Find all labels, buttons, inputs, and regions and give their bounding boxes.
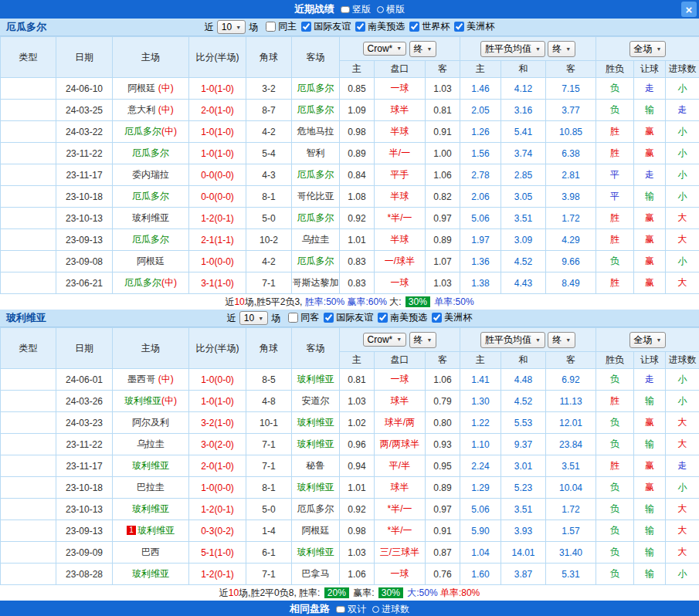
avg-odds: 9.66	[546, 251, 596, 272]
result-cell: 走	[666, 100, 699, 121]
avg-odds: 5.41	[501, 121, 546, 143]
avg-odds: 3.51	[501, 499, 546, 520]
filter-checkbox[interactable]: 世界杯	[409, 20, 450, 33]
scope-select[interactable]: 全场▼	[629, 41, 667, 57]
match-type: 南美预选	[1, 434, 56, 455]
score: 1-0(1-0)	[189, 391, 246, 412]
home-team: 玻利维亚	[113, 564, 189, 585]
checkbox-input[interactable]	[266, 22, 276, 32]
checkbox-input[interactable]	[454, 22, 464, 32]
corners: 4-2	[246, 121, 292, 143]
score: 0-3(0-2)	[189, 520, 246, 542]
result-cell: 负	[596, 251, 634, 272]
odds-away: 0.76	[426, 564, 460, 585]
odds-home: 0.83	[340, 251, 375, 272]
filter-checkbox[interactable]: 同客	[288, 311, 319, 324]
result-cell: 走	[666, 455, 699, 477]
match-date: 24-03-26	[56, 391, 113, 412]
col-handicap: 盘口	[375, 352, 426, 369]
filter-checkbox[interactable]: 国际友谊	[301, 20, 351, 33]
radio-option[interactable]: 横版	[377, 3, 405, 16]
result-cell: 胜	[596, 455, 634, 477]
corners: 7-1	[246, 455, 292, 477]
avg-odds: 6.38	[546, 143, 596, 164]
handicap: 半球	[375, 121, 426, 143]
summary-segment: 大:50%	[405, 587, 438, 598]
avg-odds: 1.10	[460, 434, 501, 455]
away-team: 玻利维亚	[292, 477, 340, 499]
team-name: 厄瓜多尔	[6, 20, 46, 34]
team-name: 玻利维亚	[6, 311, 46, 325]
avg-select[interactable]: 胜平负均值▼	[480, 332, 545, 348]
col-home: 主场	[113, 37, 189, 78]
match-date: 23-11-17	[56, 164, 113, 186]
summary-segment: 近	[219, 587, 229, 598]
away-team: 哥伦比亚	[292, 186, 340, 208]
result-cell: 大	[666, 520, 699, 542]
score: 1-0(1-0)	[189, 78, 246, 100]
radio-label: 竖版	[352, 3, 371, 16]
summary-segment: 单率:80%	[438, 587, 480, 598]
odds-away: 0.79	[426, 391, 460, 412]
match-date: 23-11-22	[56, 143, 113, 164]
chevron-down-icon: ▼	[565, 46, 571, 52]
match-row: 南美预选23-10-13玻利维亚1-2(0-1)5-0厄瓜多尔0.92*半/一0…	[1, 499, 699, 520]
avg-odds: 2.05	[460, 100, 501, 121]
avg-odds: 4.12	[501, 78, 546, 100]
company-select[interactable]: Crow*▼	[363, 333, 407, 347]
result-cell: 胜	[596, 272, 634, 294]
result-cell: 大	[666, 434, 699, 455]
checkbox-input[interactable]	[409, 22, 419, 32]
handicap: 平/半	[375, 455, 426, 477]
radio-option[interactable]: 竖版	[341, 3, 371, 16]
avg-time-select[interactable]: 终▼	[548, 332, 575, 348]
company-time-select[interactable]: 终▼	[409, 41, 437, 57]
filter-checkbox[interactable]: 美洲杯	[432, 311, 472, 324]
away-team: 巴拿马	[292, 564, 340, 585]
odds-away: 1.00	[426, 143, 460, 164]
radio-label: 横版	[386, 3, 405, 16]
avg-odds: 1.57	[546, 520, 596, 542]
score: 2-0(1-0)	[189, 100, 246, 121]
checkbox-input[interactable]	[355, 22, 365, 32]
home-team: 巴拉圭	[113, 477, 189, 499]
company-time-select[interactable]: 终▼	[409, 332, 437, 348]
radio-option[interactable]: 进球数	[372, 603, 409, 616]
result-cell: 赢	[634, 208, 666, 229]
filter-checkbox[interactable]: 美洲杯	[454, 20, 494, 33]
company-select[interactable]: Crow*▼	[363, 42, 407, 56]
checkbox-input[interactable]	[288, 313, 298, 323]
summary-segment: 场,胜5平2负3,	[245, 296, 305, 307]
odds-away: 1.06	[426, 164, 460, 186]
checkbox-input[interactable]	[324, 313, 334, 323]
avg-odds: 1.72	[546, 208, 596, 229]
result-cell: 走	[634, 164, 666, 186]
chevron-down-icon: ▼	[535, 337, 541, 343]
avg-time-select[interactable]: 终▼	[548, 41, 575, 57]
avg-odds: 12.01	[546, 412, 596, 434]
close-icon[interactable]: ×	[681, 2, 697, 17]
checkbox-input[interactable]	[432, 313, 442, 323]
match-row: 南美预选23-09-09巴西5-1(1-0)6-1玻利维亚1.03三/三球半0.…	[1, 542, 699, 564]
match-count-select[interactable]: 10▼	[239, 311, 268, 325]
col-result: 胜负	[596, 61, 634, 78]
scope-select[interactable]: 全场▼	[629, 332, 667, 348]
col-odds-home: 主	[340, 61, 375, 78]
match-count-select[interactable]: 10▼	[217, 20, 246, 34]
filter-checkbox[interactable]: 国际友谊	[324, 311, 373, 324]
radio-option[interactable]: 双计	[336, 603, 366, 616]
filter-checkbox[interactable]: 南美预选	[355, 20, 405, 33]
avg-select[interactable]: 胜平负均值▼	[480, 41, 545, 57]
avg-odds: 2.81	[546, 164, 596, 186]
filter-checkbox[interactable]: 南美预选	[378, 311, 427, 324]
col-avg-home: 主	[460, 61, 501, 78]
odds-home: 0.94	[340, 455, 375, 477]
match-row: 南美预选23-11-22厄瓜多尔1-0(1-0)5-4智利0.89半/一1.00…	[1, 143, 699, 164]
avg-odds: 3.51	[546, 455, 596, 477]
checkbox-input[interactable]	[378, 313, 388, 323]
match-type: 国际友谊	[1, 412, 56, 434]
filter-checkbox[interactable]: 同主	[266, 20, 297, 33]
checkbox-input[interactable]	[301, 22, 311, 32]
result-cell: 输	[634, 100, 666, 121]
handicap: 半/一	[375, 143, 426, 164]
